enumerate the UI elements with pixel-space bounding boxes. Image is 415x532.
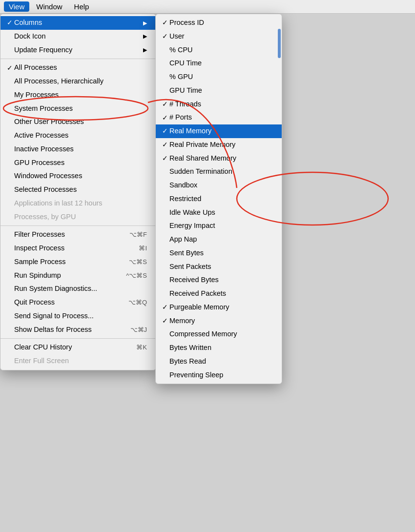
divider-1 [0, 59, 156, 59]
submenu-item-ports[interactable]: ✓ # Ports [156, 111, 282, 124]
submenu-item-real-private-memory[interactable]: ✓ Real Private Memory [156, 138, 282, 152]
submenu-item-user[interactable]: ✓ User [156, 30, 282, 43]
submenu-panel: ✓ Process ID ✓ User % CPU CPU Time % GPU… [155, 14, 282, 384]
menu-item-filter-processes[interactable]: Filter Processes ⌥⌘F [0, 228, 156, 242]
label-idle-wake-ups: Idle Wake Ups [169, 207, 273, 218]
menu-item-show-deltas[interactable]: Show Deltas for Process ⌥⌘J [0, 323, 156, 337]
menu-item-selected-processes[interactable]: Selected Processes [0, 183, 156, 197]
shortcut-filter-processes: ⌥⌘F [129, 230, 147, 240]
label-gpu-time: GPU Time [169, 85, 273, 96]
submenu-item-process-id[interactable]: ✓ Process ID [156, 16, 282, 30]
menu-item-active-processes[interactable]: Active Processes [0, 129, 156, 143]
label-restricted: Restricted [169, 194, 273, 205]
submenu-item-bytes-written[interactable]: Bytes Written [156, 341, 282, 355]
menu-item-run-system-diagnostics[interactable]: Run System Diagnostics... [0, 282, 156, 296]
submenu-item-idle-wake-ups[interactable]: Idle Wake Ups [156, 206, 282, 220]
menu-item-inspect-process[interactable]: Inspect Process ⌘I [0, 242, 156, 255]
submenu-item-app-nap[interactable]: App Nap [156, 233, 282, 246]
menu-item-all-processes-hierarchically[interactable]: All Processes, Hierarchically [0, 75, 156, 88]
label-real-memory: Real Memory [169, 126, 273, 137]
label-inspect-process: Inspect Process [14, 243, 124, 254]
submenu-item-compressed-memory[interactable]: Compressed Memory [156, 327, 282, 341]
submenu-item-pct-gpu[interactable]: % GPU [156, 70, 282, 84]
menu-item-update-frequency[interactable]: Update Frequency ▶ [0, 43, 156, 57]
menu-bar-help[interactable]: Help [69, 1, 94, 12]
menu-item-windowed-processes[interactable]: Windowed Processes [0, 169, 156, 183]
label-my-processes: My Processes [14, 90, 147, 101]
menu-bar: View Window Help [0, 0, 415, 14]
label-clear-cpu-history: Clear CPU History [14, 342, 122, 353]
menu-item-other-user-processes[interactable]: Other User Processes [0, 115, 156, 129]
submenu-item-received-bytes[interactable]: Received Bytes [156, 273, 282, 287]
menu-item-dock-icon[interactable]: Dock Icon ▶ [0, 30, 156, 43]
divider-3 [0, 338, 156, 339]
label-real-shared-memory: Real Shared Memory [169, 153, 273, 164]
menu-item-clear-cpu-history[interactable]: Clear CPU History ⌘K [0, 341, 156, 354]
checkmark-memory: ✓ [161, 316, 169, 326]
menu-item-all-processes[interactable]: ✓ All Processes [0, 61, 156, 75]
menu-item-my-processes[interactable]: My Processes [0, 88, 156, 102]
label-columns: Columns [14, 18, 139, 28]
menu-item-system-processes[interactable]: System Processes [0, 102, 156, 116]
label-pct-gpu: % GPU [169, 72, 273, 82]
submenu-item-real-memory[interactable]: ✓ Real Memory [156, 124, 282, 138]
checkmark-threads: ✓ [161, 99, 169, 109]
submenu-item-received-packets[interactable]: Received Packets [156, 287, 282, 301]
label-quit-process: Quit Process [14, 297, 114, 308]
shortcut-clear-cpu-history: ⌘K [136, 343, 147, 352]
menu-item-gpu-processes[interactable]: GPU Processes [0, 156, 156, 170]
menu-bar-view[interactable]: View [4, 1, 29, 12]
submenu-item-energy-impact[interactable]: Energy Impact [156, 219, 282, 233]
shortcut-run-spindump: ^⌥⌘S [126, 271, 147, 281]
submenu-item-sent-bytes[interactable]: Sent Bytes [156, 246, 282, 260]
label-sandbox: Sandbox [169, 180, 273, 191]
submenu-item-restricted[interactable]: Restricted [156, 192, 282, 206]
submenu-item-pct-cpu[interactable]: % CPU [156, 43, 282, 57]
label-cpu-time: CPU Time [169, 58, 273, 69]
label-gpu-processes: GPU Processes [14, 158, 147, 168]
dropdown-wrapper: ✓ Columns ▶ Dock Icon ▶ Update Frequency… [0, 14, 282, 384]
label-user: User [169, 31, 273, 42]
submenu-item-purgeable-memory[interactable]: ✓ Purgeable Memory [156, 301, 282, 314]
submenu-item-cpu-time[interactable]: CPU Time [156, 57, 282, 70]
submenu-item-gpu-time[interactable]: GPU Time [156, 84, 282, 98]
submenu-scrollbar[interactable] [278, 29, 281, 58]
submenu-item-sudden-termination[interactable]: Sudden Termination [156, 165, 282, 179]
checkmark-columns: ✓ [5, 18, 14, 28]
label-all-processes-h: All Processes, Hierarchically [14, 76, 147, 87]
submenu-item-sandbox[interactable]: Sandbox [156, 179, 282, 192]
menu-item-send-signal[interactable]: Send Signal to Process... [0, 309, 156, 323]
label-enter-full-screen: Enter Full Screen [14, 356, 147, 367]
label-dock-icon: Dock Icon [14, 31, 139, 42]
menu-item-run-spindump[interactable]: Run Spindump ^⌥⌘S [0, 269, 156, 283]
submenu-item-threads[interactable]: ✓ # Threads [156, 98, 282, 111]
submenu-item-real-shared-memory[interactable]: ✓ Real Shared Memory [156, 152, 282, 165]
label-real-private-memory: Real Private Memory [169, 140, 273, 150]
label-show-deltas: Show Deltas for Process [14, 325, 116, 335]
label-pct-cpu: % CPU [169, 45, 273, 56]
checkmark-process-id: ✓ [161, 18, 169, 28]
label-threads: # Threads [169, 99, 273, 110]
submenu-item-sent-packets[interactable]: Sent Packets [156, 260, 282, 274]
label-run-system-diagnostics: Run System Diagnostics... [14, 284, 147, 294]
label-send-signal: Send Signal to Process... [14, 311, 147, 322]
checkmark-ports: ✓ [161, 113, 169, 123]
label-sample-process: Sample Process [14, 257, 114, 267]
menu-item-inactive-processes[interactable]: Inactive Processes [0, 143, 156, 156]
submenu-item-bytes-read[interactable]: Bytes Read [156, 355, 282, 368]
label-preventing-sleep: Preventing Sleep [169, 370, 273, 381]
menu-item-enter-full-screen: Enter Full Screen [0, 354, 156, 368]
label-received-bytes: Received Bytes [169, 275, 273, 286]
label-selected-processes: Selected Processes [14, 184, 147, 195]
menu-bar-window[interactable]: Window [31, 1, 67, 12]
label-windowed-processes: Windowed Processes [14, 171, 147, 182]
menu-item-quit-process[interactable]: Quit Process ⌥⌘Q [0, 296, 156, 309]
label-filter-processes: Filter Processes [14, 229, 115, 240]
label-process-id: Process ID [169, 18, 273, 28]
menu-item-columns[interactable]: ✓ Columns ▶ [0, 16, 156, 30]
menu-item-apps-last-12: Applications in last 12 hours [0, 197, 156, 210]
menu-item-sample-process[interactable]: Sample Process ⌥⌘S [0, 255, 156, 269]
main-menu-panel: ✓ Columns ▶ Dock Icon ▶ Update Frequency… [0, 14, 156, 370]
submenu-item-memory[interactable]: ✓ Memory [156, 314, 282, 328]
submenu-item-preventing-sleep[interactable]: Preventing Sleep [156, 368, 282, 382]
